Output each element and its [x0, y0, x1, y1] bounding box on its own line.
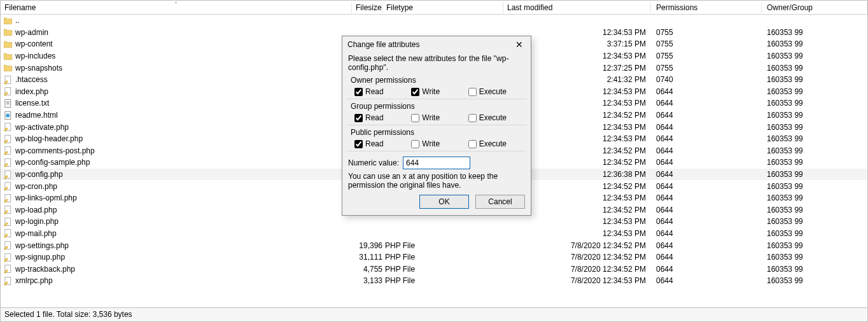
public-execute-checkbox[interactable]: Execute — [468, 139, 525, 148]
file-name: wp-content — [15, 39, 53, 48]
file-name: .htaccess — [15, 75, 48, 84]
folder-icon — [3, 52, 13, 61]
file-name: .. — [15, 16, 20, 25]
php-icon — [3, 181, 13, 191]
file-name: wp-links-opml.php — [15, 193, 77, 202]
file-owner: 160353 99 — [762, 241, 867, 250]
file-name: wp-blog-header.php — [15, 134, 83, 143]
numeric-value-row: Numeric value: — [348, 157, 525, 169]
column-header-owner[interactable]: Owner/Group — [762, 2, 867, 13]
table-row[interactable]: wp-settings.php19,396PHP File7/8/2020 12… — [1, 239, 867, 251]
file-permissions: 0644 — [651, 253, 762, 262]
file-size: 3,133 — [352, 276, 382, 285]
folder-icon — [3, 27, 13, 37]
status-bar: Selected 1 file. Total size: 3,536 bytes — [1, 307, 867, 321]
column-header-filename[interactable]: ⌃ Filename — [1, 2, 352, 13]
file-owner: 160353 99 — [762, 28, 867, 37]
php-icon — [3, 276, 13, 286]
file-modified: 12:34:53 PM — [503, 217, 651, 226]
file-type: PHP File — [382, 253, 503, 262]
owner-execute-checkbox[interactable]: Execute — [468, 87, 525, 96]
dialog-title: Change file attributes — [347, 40, 419, 49]
file-permissions: 0644 — [651, 87, 762, 96]
change-attributes-dialog: Change file attributes ✕ Please select t… — [342, 36, 531, 216]
file-owner: 160353 99 — [762, 123, 867, 132]
file-name: wp-load.php — [15, 206, 57, 214]
checkbox-label: Read — [365, 139, 384, 148]
file-size: 31,111 — [352, 253, 382, 262]
file-modified: 7/8/2020 12:34:53 PM — [503, 276, 651, 285]
numeric-value-input[interactable] — [403, 157, 470, 169]
file-name: wp-comments-post.php — [15, 146, 95, 155]
public-read-checkbox[interactable]: Read — [354, 139, 411, 148]
table-row[interactable]: wp-signup.php31,111PHP File7/8/2020 12:3… — [1, 251, 867, 263]
file-permissions: 0644 — [651, 146, 762, 155]
ok-button[interactable]: OK — [419, 195, 469, 209]
file-owner: 160353 99 — [762, 170, 867, 179]
file-name: wp-config.php — [15, 170, 63, 179]
table-row[interactable]: wp-login.php12:34:53 PM0644160353 99 — [1, 216, 867, 228]
file-permissions: 0644 — [651, 170, 762, 179]
owner-read-checkbox[interactable]: Read — [354, 87, 411, 96]
file-permissions: 0644 — [651, 158, 762, 167]
dialog-instruction: Please select the new attributes for the… — [348, 54, 525, 72]
group-execute-checkbox[interactable]: Execute — [468, 113, 525, 122]
file-modified: 12:34:53 PM — [503, 229, 651, 238]
file-owner: 160353 99 — [762, 217, 867, 226]
group-write-checkbox[interactable]: Write — [411, 113, 468, 122]
table-row[interactable]: xmlrpc.php3,133PHP File7/8/2020 12:34:53… — [1, 275, 867, 287]
file-type: PHP File — [382, 241, 503, 250]
sort-indicator-icon: ⌃ — [1, 2, 351, 7]
file-owner: 160353 99 — [762, 134, 867, 143]
group-read-checkbox[interactable]: Read — [354, 113, 411, 122]
file-owner: 160353 99 — [762, 39, 867, 48]
checkbox-label: Execute — [479, 87, 507, 96]
file-owner: 160353 99 — [762, 52, 867, 60]
file-name: wp-includes — [15, 52, 55, 60]
file-size: 4,755 — [352, 265, 382, 274]
file-permissions: 0644 — [651, 99, 762, 108]
column-header-filesize[interactable]: Filesize — [352, 2, 382, 13]
owner-write-checkbox[interactable]: Write — [411, 87, 468, 96]
cancel-button[interactable]: Cancel — [475, 195, 525, 209]
group-permissions-label: Group permissions — [351, 102, 525, 111]
html-icon — [3, 111, 13, 120]
checkbox-label: Write — [422, 87, 440, 96]
close-icon[interactable]: ✕ — [513, 41, 526, 48]
column-header-permissions[interactable]: Permissions — [651, 2, 762, 13]
numeric-value-label: Numeric value: — [348, 158, 399, 167]
file-permissions: 0644 — [651, 182, 762, 191]
file-name: xmlrpc.php — [15, 276, 53, 285]
table-row[interactable]: wp-mail.php12:34:53 PM0644160353 99 — [1, 228, 867, 240]
checkbox-label: Write — [422, 113, 440, 122]
file-permissions: 0644 — [651, 206, 762, 214]
folder-icon — [3, 16, 13, 25]
file-size: 19,396 — [352, 241, 382, 250]
column-header-row: ⌃ Filename Filesize Filetype Last modifi… — [1, 1, 867, 15]
php-icon — [3, 193, 13, 203]
file-name: wp-activate.php — [15, 123, 69, 132]
column-header-modified[interactable]: Last modified — [503, 2, 651, 13]
file-permissions: 0644 — [651, 123, 762, 132]
file-owner: 160353 99 — [762, 276, 867, 285]
file-permissions: 0755 — [651, 64, 762, 73]
file-name: index.php — [15, 87, 48, 96]
table-row[interactable]: .. — [1, 15, 867, 27]
file-permissions: 0755 — [651, 39, 762, 48]
file-owner: 160353 99 — [762, 193, 867, 202]
public-write-checkbox[interactable]: Write — [411, 139, 468, 148]
file-name: readme.html — [15, 111, 58, 120]
file-name: wp-login.php — [15, 217, 59, 226]
file-permissions: 0644 — [651, 134, 762, 143]
file-owner: 160353 99 — [762, 206, 867, 214]
file-owner: 160353 99 — [762, 64, 867, 73]
file-name: wp-cron.php — [15, 182, 57, 191]
checkbox-label: Execute — [479, 113, 507, 122]
file-permissions: 0644 — [651, 241, 762, 250]
file-name: wp-admin — [15, 28, 48, 37]
php-icon — [3, 134, 13, 144]
column-header-filetype[interactable]: Filetype — [382, 2, 503, 13]
table-row[interactable]: wp-trackback.php4,755PHP File7/8/2020 12… — [1, 263, 867, 275]
file-type: PHP File — [382, 276, 503, 285]
file-name: license.txt — [15, 99, 49, 108]
